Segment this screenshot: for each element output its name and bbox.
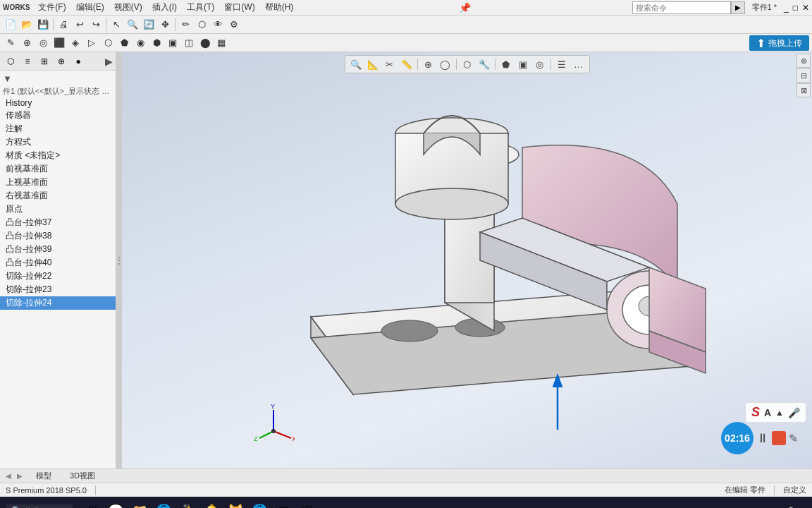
taskbar-icon-chat[interactable]: 💬	[105, 500, 126, 508]
zoom-button[interactable]: 🔍	[125, 17, 140, 32]
close-button[interactable]: ✕	[802, 3, 809, 13]
pin-icon[interactable]: 📌	[459, 2, 471, 13]
taskbar-icon-solidworks-2[interactable]: S	[345, 500, 366, 508]
vp-icon-11[interactable]: ▣	[165, 35, 180, 51]
tree-node-boss39[interactable]: 凸台-拉伸39	[0, 243, 116, 256]
taskbar-icon-earth[interactable]: 🌐	[249, 500, 270, 508]
menu-view[interactable]: 视图(V)	[110, 0, 147, 15]
vp-circle-icon[interactable]: ◯	[438, 57, 453, 71]
sketch-button[interactable]: ✏	[178, 17, 193, 32]
right-nav-3[interactable]: ⊠	[796, 83, 811, 97]
panel-expand-arrow[interactable]: ▶	[105, 56, 113, 67]
tree-node-equations[interactable]: 方程式	[0, 135, 116, 149]
options-button[interactable]: ⚙	[226, 17, 242, 32]
vp-icon-1[interactable]: ✎	[3, 35, 18, 51]
panel-tab-feature[interactable]: ⬡	[3, 54, 18, 68]
ai-chevron-icon[interactable]: ▲	[775, 408, 784, 418]
save-button[interactable]: 💾	[35, 17, 51, 32]
tree-node-right-plane[interactable]: 右视基准面	[0, 189, 116, 202]
tree-node-boss40[interactable]: 凸台-拉伸40	[0, 256, 116, 270]
tree-node-top-plane[interactable]: 上视基准面	[0, 176, 116, 189]
panel-tab-appear[interactable]: ●	[70, 54, 86, 68]
tree-node-front-plane[interactable]: 前视基准面	[0, 162, 116, 176]
select-button[interactable]: ↖	[109, 17, 124, 32]
vp-icon-4[interactable]: ⬛	[51, 35, 67, 51]
vp-cut-icon[interactable]: ✂	[382, 57, 398, 71]
taskbar-icon-browser[interactable]: 🌐	[153, 500, 174, 508]
vp-icon-13[interactable]: ⬤	[197, 35, 213, 51]
panel-tab-dim[interactable]: ⊕	[54, 54, 69, 68]
print-button[interactable]: 🖨	[56, 17, 71, 32]
tab-model[interactable]: 模型	[28, 469, 59, 483]
tree-node-sensors[interactable]: 传感器	[0, 109, 116, 122]
search-go-button[interactable]: ▶	[731, 1, 745, 14]
vp-menu-icon[interactable]: ☰	[554, 57, 570, 71]
vp-measure-icon[interactable]: 📐	[365, 57, 381, 71]
tree-node-cut23[interactable]: 切除-拉伸23	[0, 283, 116, 296]
vp-grid-icon[interactable]: ▣	[515, 57, 531, 71]
open-button[interactable]: 📂	[19, 17, 35, 32]
menu-insert[interactable]: 插入(I)	[148, 0, 181, 15]
vp-icon-7[interactable]: ⬡	[100, 35, 116, 51]
vp-ref-icon[interactable]: ⊕	[421, 57, 436, 71]
taskbar-icon-cat[interactable]: 😸	[225, 500, 246, 508]
vp-icon-8[interactable]: ⬟	[116, 35, 132, 51]
minimize-button[interactable]: _	[784, 3, 789, 13]
tree-node-cut24[interactable]: 切除-拉伸24	[0, 296, 116, 310]
rotate-button[interactable]: 🔄	[141, 17, 156, 32]
timer-pause-button[interactable]: ⏸	[756, 431, 769, 446]
tree-node-boss38[interactable]: 凸台-拉伸38	[0, 229, 116, 243]
tree-node-boss37[interactable]: 凸台-拉伸37	[0, 216, 116, 229]
vp-icon-12[interactable]: ◫	[181, 35, 197, 51]
tree-node-material[interactable]: 材质 <未指定>	[0, 149, 116, 162]
vp-ruler-icon[interactable]: 📏	[399, 57, 414, 71]
vp-hex-icon[interactable]: ⬡	[460, 57, 475, 71]
taskbar-icon-shield[interactable]: 🛡	[297, 500, 318, 508]
vp-zoom-icon[interactable]: 🔍	[348, 57, 364, 71]
vp-sphere-icon[interactable]: ◎	[532, 57, 548, 71]
vp-icon-10[interactable]: ⬢	[149, 35, 164, 51]
vp-icon-3[interactable]: ◎	[35, 35, 51, 51]
panel-tab-property[interactable]: ≡	[20, 54, 35, 68]
taskbar-icon-solidworks-1[interactable]: S	[321, 500, 342, 508]
vp-icon-14[interactable]: ▦	[214, 35, 229, 51]
vp-wrench-icon[interactable]: 🔧	[476, 57, 492, 71]
ai-mic-icon[interactable]: 🎤	[788, 407, 800, 418]
view-button[interactable]: 👁	[210, 17, 226, 32]
panel-resize-handle[interactable]	[116, 52, 122, 468]
tree-node-annotations[interactable]: 注解	[0, 122, 116, 135]
tree-part-header[interactable]: 件1 (默认<<默认>_显示状态 1>)	[0, 85, 116, 97]
vp-more-icon[interactable]: …	[571, 57, 586, 71]
menu-file[interactable]: 文件(F)	[34, 0, 70, 15]
menu-tools[interactable]: 工具(T)	[183, 0, 219, 15]
timer-edit-button[interactable]: ✎	[789, 432, 798, 445]
panel-tab-config[interactable]: ⊞	[37, 54, 52, 68]
vp-surface-icon[interactable]: ⬟	[498, 57, 514, 71]
search-input[interactable]	[632, 1, 731, 14]
filter-icon[interactable]: ▼	[3, 73, 12, 84]
taskbar-icon-monitor[interactable]: 🖥	[81, 500, 102, 508]
maximize-button[interactable]: □	[793, 3, 798, 13]
upload-button[interactable]: ⬆ 拖拽上传	[749, 35, 809, 51]
right-nav-2[interactable]: ⊟	[796, 68, 811, 83]
feature-button[interactable]: ⬡	[194, 17, 209, 32]
timer-stop-button[interactable]	[772, 431, 786, 445]
status-customize[interactable]: 自定义	[783, 485, 806, 495]
vp-icon-5[interactable]: ◈	[68, 35, 83, 51]
redo-button[interactable]: ↪	[88, 17, 104, 32]
scroll-left-icon[interactable]: ◀	[6, 472, 11, 480]
scroll-right-icon[interactable]: ▶	[17, 472, 23, 480]
undo-button[interactable]: ↩	[72, 17, 87, 32]
menu-window[interactable]: 窗口(W)	[220, 0, 259, 15]
taskbar-icon-bell[interactable]: 🔔	[201, 500, 222, 508]
taskbar-icon-files[interactable]: 📁	[129, 500, 150, 508]
taskbar-icon-linux[interactable]: 🐧	[177, 500, 198, 508]
tree-node-origin[interactable]: 原点	[0, 202, 116, 216]
vp-icon-9[interactable]: ◉	[133, 35, 148, 51]
menu-help[interactable]: 帮助(H)	[261, 0, 298, 15]
tree-node-cut22[interactable]: 切除-拉伸22	[0, 270, 116, 283]
ai-text-icon[interactable]: A	[764, 407, 771, 418]
tree-node-history[interactable]: History	[0, 97, 116, 109]
tab-3dview[interactable]: 3D视图	[62, 469, 103, 483]
right-nav-1[interactable]: ⊕	[796, 54, 811, 68]
